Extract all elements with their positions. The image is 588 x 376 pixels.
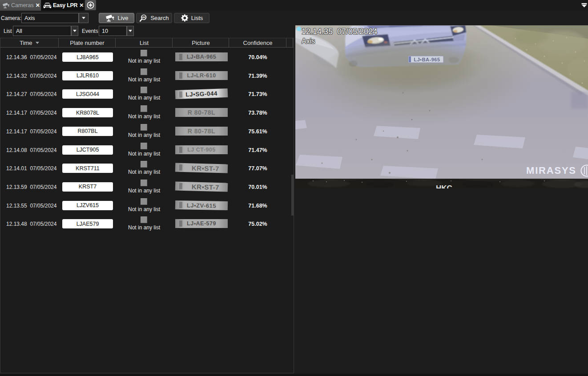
svg-text:HKC: HKC — [436, 184, 452, 188]
svg-text:ABC: ABC — [141, 16, 146, 18]
svg-text:MIRASYS: MIRASYS — [526, 165, 576, 176]
